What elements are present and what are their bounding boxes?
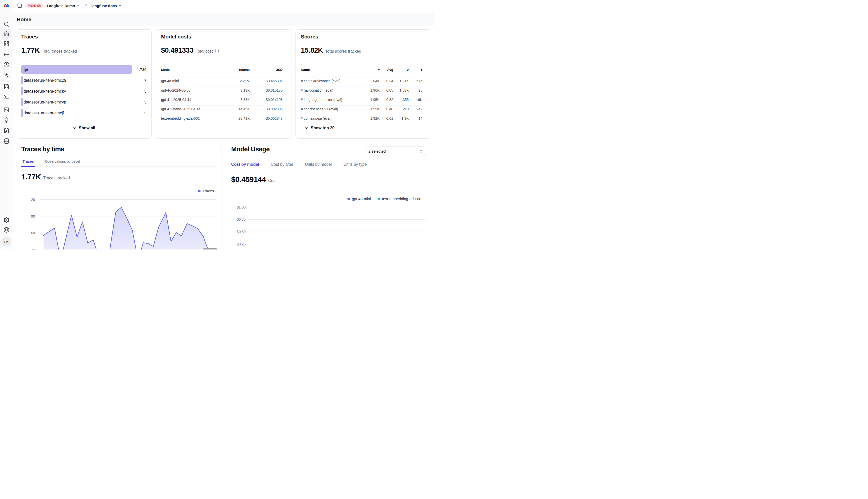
- y-tick-label: 90: [31, 214, 35, 218]
- sidebar-item-users[interactable]: [0, 72, 13, 78]
- table-row: # hallucination (eval)1.96K0.051.58K25: [301, 87, 423, 96]
- breadcrumb-slash: [84, 2, 88, 9]
- cell-name: gpt-4.1-nano-2025-04-14: [161, 107, 222, 112]
- sidebar-item-prompts[interactable]: [0, 84, 13, 89]
- cell-value: 1.96K: [364, 88, 380, 93]
- slash-icon: [84, 2, 88, 8]
- org-switcher[interactable]: Langfuse Demo: [47, 3, 80, 8]
- cell-value: Tokens: [222, 68, 250, 72]
- cell-value: 355: [393, 97, 409, 102]
- search-icon: [3, 21, 9, 27]
- y-tick-label: $0.75: [237, 217, 246, 221]
- file-json-icon: [3, 84, 9, 89]
- topbar: PROD-EU Langfuse Demo langfuse-docs: [13, 0, 434, 13]
- langfuse-logo-icon: [4, 4, 9, 8]
- sidebar-item-search[interactable]: [0, 21, 13, 27]
- sidebar-toggle-button[interactable]: [17, 3, 22, 8]
- model-costs-table: ModelTokensUSDgpt-4o-mini2.21M$0.456301g…: [161, 67, 286, 124]
- cell-name: Name: [301, 68, 364, 72]
- table-row: text-embedding-ada-00228.43K$0.002843: [161, 115, 283, 124]
- trace-bar-row[interactable]: dataset-run-item-cmcky5: [21, 87, 146, 95]
- show-top-button[interactable]: Show top 20: [304, 126, 334, 130]
- layout-dashboard-icon: [3, 41, 9, 47]
- show-all-button[interactable]: Show all: [72, 126, 95, 130]
- terminal-icon: [3, 94, 9, 100]
- model-costs-card: Model costs $0.491333 Total cost ModelTo…: [156, 29, 292, 139]
- card-title: Traces: [21, 33, 146, 40]
- lightbulb-icon: [3, 117, 9, 123]
- chevron-down-icon: [304, 126, 309, 130]
- big-number: 15.82K: [301, 46, 323, 54]
- cell-value: 3.38K: [222, 97, 250, 102]
- table-row: # conciseness-v1 (eval)1.95K0.48240242: [301, 106, 423, 115]
- list-tree-icon: [3, 52, 9, 58]
- bar-label: qa: [24, 65, 28, 74]
- sidebar-item-datasets[interactable]: [0, 138, 13, 144]
- cell-value: 242: [409, 107, 423, 112]
- project-switcher[interactable]: langfuse-docs: [92, 3, 122, 8]
- scores-card: Scores 15.82K Total scores tracked Name#…: [296, 29, 431, 139]
- bar: [21, 98, 23, 106]
- big-number-desc: Total cost: [196, 49, 213, 54]
- cell-value: 1: [409, 68, 423, 72]
- big-number: 1.77K: [21, 46, 39, 54]
- trace-bar-row[interactable]: qa1,736: [21, 65, 146, 74]
- bar-zone: dataset-run-item-cmcky: [21, 87, 132, 95]
- cell-value: 3.13K: [222, 88, 250, 93]
- bar-value: 7: [132, 78, 146, 83]
- org-name: Langfuse Demo: [47, 3, 75, 8]
- avatar[interactable]: FK: [2, 238, 11, 246]
- bar-label: dataset-run-item-cmcky: [24, 87, 66, 95]
- cell-value: 1.58K: [393, 88, 409, 93]
- big-number: $0.491333: [161, 46, 193, 54]
- cell-name: Model: [161, 68, 222, 72]
- sidebar-item-settings[interactable]: [0, 217, 13, 223]
- big-number-desc: Total traces tracked: [42, 49, 77, 54]
- cell-value: 2.21M: [222, 78, 250, 84]
- table-row: # contextrelevance (eval)2.04K0.341.21K5…: [301, 77, 423, 87]
- info-icon[interactable]: [215, 49, 219, 53]
- chart-scrollbar[interactable]: [203, 248, 217, 250]
- project-name: langfuse-docs: [92, 3, 117, 8]
- content: Traces 1.77K Total traces tracked qa1,73…: [13, 26, 434, 250]
- bar: [21, 109, 23, 117]
- cell-name: # contextrelevance (eval): [301, 78, 364, 84]
- cell-name: # hallucination (eval): [301, 88, 364, 93]
- sidebar-item-playground[interactable]: [0, 94, 13, 100]
- bar-zone: dataset-run-item-cmcjf: [21, 109, 132, 117]
- cell-value: $0.456301: [250, 78, 283, 84]
- bar: [21, 76, 23, 85]
- model-usage-chart: $0.25$0.50$0.75$1.00: [226, 142, 431, 250]
- scores-table: Name#Avg01# contextrelevance (eval)2.04K…: [301, 67, 426, 124]
- trace-bar-row[interactable]: dataset-run-item-cmcvp5: [21, 98, 146, 106]
- bar-value: 5: [132, 100, 146, 104]
- trace-bar-row[interactable]: dataset-run-item-cmc297: [21, 76, 146, 85]
- trace-bar-row[interactable]: dataset-run-item-cmcjf5: [21, 109, 146, 117]
- bar-label: dataset-run-item-cmc29: [24, 76, 66, 85]
- big-number-desc: Total scores tracked: [325, 49, 361, 54]
- cell-value: 0: [393, 68, 409, 72]
- model-usage-card: Model Usage 2 selected Cost by modelCost…: [226, 142, 431, 250]
- sidebar-item-annotation-queues[interactable]: [0, 127, 13, 133]
- sidebar-item-evaluation[interactable]: [0, 107, 13, 113]
- sidebar-item-home[interactable]: [0, 31, 13, 37]
- clipboard-pen-icon: [3, 127, 9, 133]
- show-all-label: Show all: [79, 126, 95, 130]
- cell-value: 1.9K: [393, 116, 409, 121]
- y-tick-label: $0.25: [237, 242, 246, 246]
- cell-value: 28.43K: [222, 116, 250, 121]
- sidebar-item-tracing[interactable]: [0, 52, 13, 58]
- table-header-row: Name#Avg01: [301, 67, 423, 77]
- sidebar-item-dashboards[interactable]: [0, 41, 13, 47]
- chevron-down-icon: [76, 4, 80, 7]
- lifebuoy-icon: [3, 227, 9, 233]
- sidebar-item-support[interactable]: [0, 227, 13, 233]
- sidebar-item-sessions[interactable]: [0, 62, 13, 68]
- table-header-row: ModelTokensUSD: [161, 67, 283, 77]
- sidebar-item-insights[interactable]: [0, 117, 13, 123]
- y-tick-label: $0.50: [237, 230, 246, 234]
- big-number-row: 1.77K Total traces tracked: [21, 46, 146, 54]
- traces-card: Traces 1.77K Total traces tracked qa1,73…: [16, 29, 152, 139]
- settings-icon: [3, 217, 9, 223]
- bar: [21, 65, 132, 74]
